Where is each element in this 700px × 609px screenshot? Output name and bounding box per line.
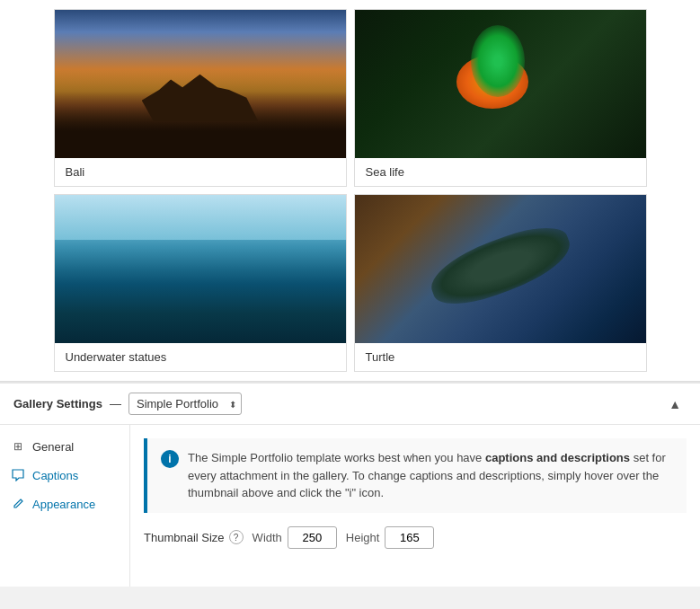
- gallery-area: Bali Sea life Underwater statues Turtle: [0, 0, 700, 382]
- appearance-icon: [11, 497, 25, 511]
- gallery-image-turtle: [355, 195, 646, 343]
- gallery-image-sealife: [355, 10, 646, 158]
- info-text: The Simple Portfolio template works best…: [188, 449, 673, 502]
- thumbnail-help-icon[interactable]: ?: [229, 530, 244, 544]
- gallery-settings-label: Gallery Settings: [13, 397, 102, 410]
- gallery-caption-sealife: Sea life: [355, 158, 646, 186]
- gallery-image-bali: [55, 10, 346, 158]
- nav-label-appearance: Appearance: [32, 498, 95, 511]
- gallery-image-underwater: [55, 195, 346, 343]
- info-icon: i: [161, 450, 179, 468]
- gallery-item-turtle[interactable]: Turtle: [354, 194, 647, 372]
- height-group: Height: [346, 526, 435, 549]
- settings-header-left: Gallery Settings — Simple Portfolio Defa…: [13, 393, 242, 415]
- gallery-item-underwater[interactable]: Underwater statues: [54, 194, 347, 372]
- thumbnail-label-text: Thumbnail Size: [144, 531, 225, 544]
- gallery-caption-turtle: Turtle: [355, 343, 646, 371]
- info-text-bold: captions and descriptions: [485, 451, 630, 464]
- nav-label-general: General: [32, 440, 74, 454]
- captions-icon: [11, 468, 25, 482]
- template-select[interactable]: Simple Portfolio Default Slideshow Tiled…: [128, 393, 242, 415]
- nav-item-captions[interactable]: Captions: [0, 461, 129, 490]
- height-label: Height: [346, 531, 380, 544]
- template-select-wrapper[interactable]: Simple Portfolio Default Slideshow Tiled…: [128, 393, 242, 415]
- thumbnail-label: Thumbnail Size ?: [144, 530, 244, 544]
- nav-label-captions: Captions: [32, 469, 78, 482]
- gallery-item-sealife[interactable]: Sea life: [354, 9, 647, 187]
- nav-item-general[interactable]: ⊞ General: [0, 432, 129, 461]
- settings-header: Gallery Settings — Simple Portfolio Defa…: [0, 384, 700, 425]
- gallery-grid: Bali Sea life Underwater statues Turtle: [54, 9, 647, 372]
- settings-content: ⊞ General Captions Appearance: [0, 425, 700, 587]
- settings-dash: —: [110, 397, 121, 410]
- gallery-caption-bali: Bali: [55, 158, 346, 186]
- width-label: Width: [253, 531, 282, 544]
- info-text-part1: The Simple Portfolio template works best…: [188, 451, 485, 464]
- height-input[interactable]: [385, 526, 434, 549]
- general-icon: ⊞: [11, 439, 25, 454]
- nav-item-appearance[interactable]: Appearance: [0, 490, 129, 518]
- settings-main: i The Simple Portfolio template works be…: [130, 425, 700, 587]
- thumbnail-size-row: Thumbnail Size ? Width Height: [144, 526, 687, 549]
- collapse-button[interactable]: ▲: [663, 395, 687, 413]
- width-group: Width: [253, 526, 337, 549]
- settings-nav: ⊞ General Captions Appearance: [0, 425, 130, 587]
- gallery-item-bali[interactable]: Bali: [54, 9, 347, 187]
- info-box: i The Simple Portfolio template works be…: [144, 438, 687, 513]
- settings-panel: Gallery Settings — Simple Portfolio Defa…: [0, 382, 700, 587]
- gallery-caption-underwater: Underwater statues: [55, 343, 346, 371]
- width-input[interactable]: [288, 526, 337, 549]
